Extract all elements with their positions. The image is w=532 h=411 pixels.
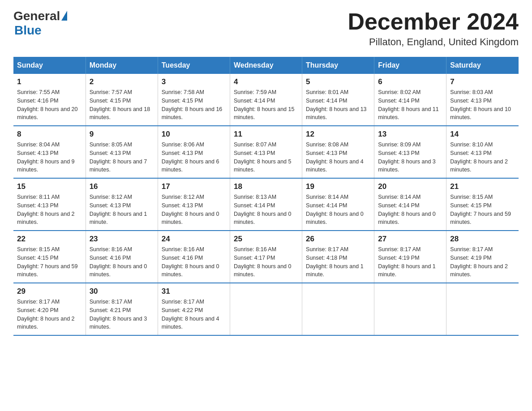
day-number: 9 <box>90 130 154 139</box>
calendar-cell <box>230 283 302 335</box>
day-number: 11 <box>234 130 298 139</box>
day-info: Sunrise: 8:07 AMSunset: 4:13 PMDaylight:… <box>234 141 298 174</box>
day-number: 26 <box>306 235 370 244</box>
calendar-cell <box>446 283 519 335</box>
logo-general-text: General <box>13 9 60 23</box>
day-number: 6 <box>378 77 442 86</box>
day-info: Sunrise: 8:04 AMSunset: 4:13 PMDaylight:… <box>17 141 82 174</box>
day-info: Sunrise: 8:13 AMSunset: 4:14 PMDaylight:… <box>234 193 298 227</box>
calendar-cell: 11Sunrise: 8:07 AMSunset: 4:13 PMDayligh… <box>230 126 302 178</box>
calendar-header-thursday: Thursday <box>302 57 374 74</box>
calendar-header-wednesday: Wednesday <box>230 57 302 74</box>
day-info: Sunrise: 8:06 AMSunset: 4:13 PMDaylight:… <box>162 141 226 174</box>
calendar-body: 1Sunrise: 7:55 AMSunset: 4:16 PMDaylight… <box>13 74 519 335</box>
day-number: 15 <box>17 182 82 191</box>
day-number: 25 <box>234 235 298 244</box>
calendar-cell: 22Sunrise: 8:15 AMSunset: 4:15 PMDayligh… <box>13 231 86 283</box>
day-number: 1 <box>17 77 82 86</box>
calendar-week-row: 15Sunrise: 8:11 AMSunset: 4:13 PMDayligh… <box>13 178 519 231</box>
calendar-cell: 21Sunrise: 8:15 AMSunset: 4:15 PMDayligh… <box>446 178 519 231</box>
calendar-header-monday: Monday <box>86 57 158 74</box>
calendar-cell <box>374 283 446 335</box>
calendar-cell: 31Sunrise: 8:17 AMSunset: 4:22 PMDayligh… <box>158 283 230 335</box>
day-number: 12 <box>306 130 370 139</box>
day-info: Sunrise: 8:16 AMSunset: 4:17 PMDaylight:… <box>234 245 298 279</box>
day-number: 5 <box>306 77 370 86</box>
day-info: Sunrise: 8:08 AMSunset: 4:13 PMDaylight:… <box>306 141 370 174</box>
day-number: 16 <box>90 182 154 191</box>
calendar-cell: 19Sunrise: 8:14 AMSunset: 4:14 PMDayligh… <box>302 178 374 231</box>
calendar-cell: 2Sunrise: 7:57 AMSunset: 4:15 PMDaylight… <box>86 74 158 126</box>
calendar-cell: 15Sunrise: 8:11 AMSunset: 4:13 PMDayligh… <box>13 178 86 231</box>
calendar-week-row: 8Sunrise: 8:04 AMSunset: 4:13 PMDaylight… <box>13 126 519 178</box>
calendar-cell: 29Sunrise: 8:17 AMSunset: 4:20 PMDayligh… <box>13 283 86 335</box>
day-info: Sunrise: 8:12 AMSunset: 4:13 PMDaylight:… <box>90 193 154 227</box>
logo-blue-text: Blue <box>14 23 42 37</box>
day-number: 29 <box>17 287 82 296</box>
calendar-header-friday: Friday <box>374 57 446 74</box>
calendar-cell: 28Sunrise: 8:17 AMSunset: 4:19 PMDayligh… <box>446 231 519 283</box>
calendar-header-row: SundayMondayTuesdayWednesdayThursdayFrid… <box>13 57 519 74</box>
calendar-cell: 25Sunrise: 8:16 AMSunset: 4:17 PMDayligh… <box>230 231 302 283</box>
day-info: Sunrise: 7:58 AMSunset: 4:15 PMDaylight:… <box>162 88 226 122</box>
calendar-cell: 10Sunrise: 8:06 AMSunset: 4:13 PMDayligh… <box>158 126 230 178</box>
day-info: Sunrise: 8:17 AMSunset: 4:18 PMDaylight:… <box>306 245 370 279</box>
day-number: 22 <box>17 235 82 244</box>
day-number: 21 <box>450 182 515 191</box>
day-info: Sunrise: 8:16 AMSunset: 4:16 PMDaylight:… <box>90 245 154 279</box>
page-title: December 2024 <box>348 9 519 34</box>
logo: General Blue <box>13 9 67 38</box>
calendar-week-row: 22Sunrise: 8:15 AMSunset: 4:15 PMDayligh… <box>13 231 519 283</box>
calendar-cell: 6Sunrise: 8:02 AMSunset: 4:14 PMDaylight… <box>374 74 446 126</box>
day-info: Sunrise: 8:01 AMSunset: 4:14 PMDaylight:… <box>306 88 370 122</box>
calendar-week-row: 1Sunrise: 7:55 AMSunset: 4:16 PMDaylight… <box>13 74 519 126</box>
day-number: 28 <box>450 235 515 244</box>
page-header: General Blue December 2024 Pillaton, Eng… <box>13 9 519 48</box>
day-info: Sunrise: 8:02 AMSunset: 4:14 PMDaylight:… <box>378 88 442 122</box>
calendar-cell <box>302 283 374 335</box>
day-info: Sunrise: 8:17 AMSunset: 4:20 PMDaylight:… <box>17 298 82 331</box>
calendar-header-tuesday: Tuesday <box>158 57 230 74</box>
logo-triangle-icon <box>61 11 67 21</box>
day-number: 3 <box>162 77 226 86</box>
day-number: 27 <box>378 235 442 244</box>
calendar-cell: 30Sunrise: 8:17 AMSunset: 4:21 PMDayligh… <box>86 283 158 335</box>
day-info: Sunrise: 8:05 AMSunset: 4:13 PMDaylight:… <box>90 141 154 174</box>
calendar-cell: 17Sunrise: 8:12 AMSunset: 4:13 PMDayligh… <box>158 178 230 231</box>
day-info: Sunrise: 8:16 AMSunset: 4:16 PMDaylight:… <box>162 245 226 279</box>
calendar-cell: 9Sunrise: 8:05 AMSunset: 4:13 PMDaylight… <box>86 126 158 178</box>
day-info: Sunrise: 8:10 AMSunset: 4:13 PMDaylight:… <box>450 141 515 174</box>
day-info: Sunrise: 8:09 AMSunset: 4:13 PMDaylight:… <box>378 141 442 174</box>
day-info: Sunrise: 8:17 AMSunset: 4:22 PMDaylight:… <box>162 298 226 331</box>
day-info: Sunrise: 8:17 AMSunset: 4:21 PMDaylight:… <box>90 298 154 331</box>
calendar-cell: 4Sunrise: 7:59 AMSunset: 4:14 PMDaylight… <box>230 74 302 126</box>
calendar-cell: 12Sunrise: 8:08 AMSunset: 4:13 PMDayligh… <box>302 126 374 178</box>
calendar-cell: 1Sunrise: 7:55 AMSunset: 4:16 PMDaylight… <box>13 74 86 126</box>
day-number: 8 <box>17 130 82 139</box>
calendar-cell: 7Sunrise: 8:03 AMSunset: 4:13 PMDaylight… <box>446 74 519 126</box>
day-info: Sunrise: 8:14 AMSunset: 4:14 PMDaylight:… <box>306 193 370 227</box>
calendar-cell: 27Sunrise: 8:17 AMSunset: 4:19 PMDayligh… <box>374 231 446 283</box>
day-info: Sunrise: 8:03 AMSunset: 4:13 PMDaylight:… <box>450 88 515 122</box>
day-number: 31 <box>162 287 226 296</box>
day-info: Sunrise: 8:12 AMSunset: 4:13 PMDaylight:… <box>162 193 226 227</box>
day-number: 23 <box>90 235 154 244</box>
calendar-cell: 8Sunrise: 8:04 AMSunset: 4:13 PMDaylight… <box>13 126 86 178</box>
day-number: 10 <box>162 130 226 139</box>
calendar-cell: 26Sunrise: 8:17 AMSunset: 4:18 PMDayligh… <box>302 231 374 283</box>
day-number: 30 <box>90 287 154 296</box>
day-info: Sunrise: 8:17 AMSunset: 4:19 PMDaylight:… <box>378 245 442 279</box>
day-number: 24 <box>162 235 226 244</box>
calendar-header-sunday: Sunday <box>13 57 86 74</box>
page-location: Pillaton, England, United Kingdom <box>348 36 519 48</box>
day-info: Sunrise: 8:15 AMSunset: 4:15 PMDaylight:… <box>450 193 515 227</box>
calendar-cell: 13Sunrise: 8:09 AMSunset: 4:13 PMDayligh… <box>374 126 446 178</box>
day-info: Sunrise: 8:15 AMSunset: 4:15 PMDaylight:… <box>17 245 82 279</box>
calendar-cell: 14Sunrise: 8:10 AMSunset: 4:13 PMDayligh… <box>446 126 519 178</box>
title-block: December 2024 Pillaton, England, United … <box>348 9 519 48</box>
calendar-cell: 20Sunrise: 8:14 AMSunset: 4:14 PMDayligh… <box>374 178 446 231</box>
calendar-header-saturday: Saturday <box>446 57 519 74</box>
day-info: Sunrise: 7:55 AMSunset: 4:16 PMDaylight:… <box>17 88 82 122</box>
calendar-cell: 5Sunrise: 8:01 AMSunset: 4:14 PMDaylight… <box>302 74 374 126</box>
day-number: 14 <box>450 130 515 139</box>
